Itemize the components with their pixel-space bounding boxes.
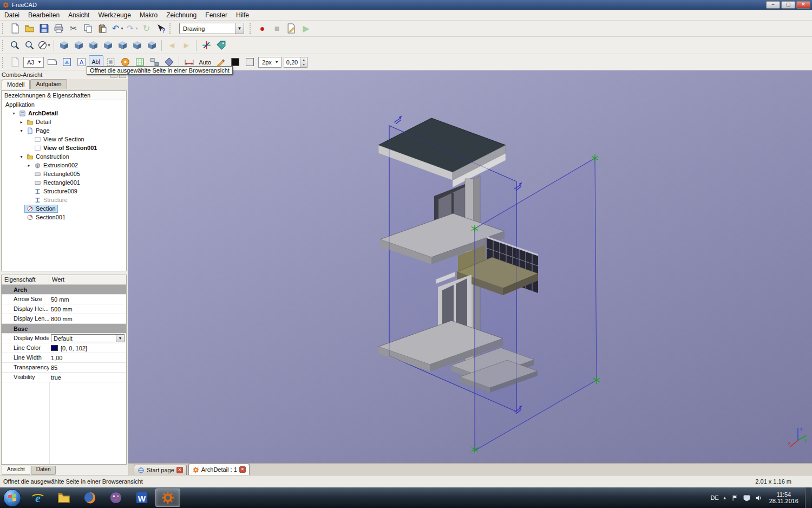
property-row-line-color[interactable]: Line Color[0, 0, 102] <box>2 343 126 353</box>
property-row-visibility[interactable]: Visibilitytrue <box>2 373 126 382</box>
view-front-button[interactable] <box>71 38 86 52</box>
model-tree-panel: Bezeichnungen & Eigenschaften Applikatio… <box>1 90 127 271</box>
new-document-button[interactable] <box>8 22 22 35</box>
close-tab-icon[interactable]: ✕ <box>239 466 246 473</box>
macro-edit-button[interactable] <box>284 22 299 35</box>
property-row-display-len[interactable]: Display Len...800 mm <box>2 314 126 324</box>
display-mode-dropdown[interactable]: Default▼ <box>51 334 125 342</box>
property-row-line-width[interactable]: Line Width1,00 <box>2 353 126 363</box>
cut-button[interactable]: ✂ <box>66 22 81 35</box>
line-width-dropdown[interactable]: 2px▼ <box>258 57 281 68</box>
macro-record-button[interactable]: ● <box>255 22 270 35</box>
network-icon[interactable] <box>743 494 751 502</box>
view-right-button[interactable] <box>101 38 115 52</box>
property-row-transparency[interactable]: Transparency85 <box>2 363 126 373</box>
tree-item-rectangle001[interactable]: Rectangle001 <box>2 178 126 187</box>
maximize-button[interactable]: ▢ <box>781 1 795 9</box>
tree-item-page[interactable]: ▾Page <box>2 126 126 135</box>
tab-modell[interactable]: Modell <box>2 80 30 89</box>
menu-fenster[interactable]: Fenster <box>201 10 232 20</box>
tree-item-extrusion002[interactable]: ▸Extrusion002 <box>2 161 126 170</box>
menu-hilfe[interactable]: Hilfe <box>232 10 253 20</box>
spinner-arrows[interactable]: ▲▼ <box>300 57 307 67</box>
tree-expand-icon[interactable]: ▸ <box>26 163 32 168</box>
document-tab-archdetail-1[interactable]: ArchDetail : 1✕ <box>188 464 250 475</box>
taskbar-freecad[interactable] <box>155 489 180 507</box>
close-tab-icon[interactable]: ✕ <box>176 467 183 473</box>
show-desktop-button[interactable] <box>805 487 811 508</box>
tree-item-detail[interactable]: ▸Detail <box>2 118 126 126</box>
start-button[interactable] <box>3 489 21 507</box>
tree-item-applikation[interactable]: Applikation <box>2 100 126 109</box>
minimize-button[interactable]: – <box>766 1 780 9</box>
view-axonometric-button[interactable] <box>57 38 71 52</box>
tree-item-archdetail[interactable]: ▾ArchDetail <box>2 109 126 118</box>
fill-color-swatch[interactable] <box>243 55 257 69</box>
scale-spinbox[interactable]: 0,20▲▼ <box>284 57 307 68</box>
menu-werkzeuge[interactable]: Werkzeuge <box>94 10 135 20</box>
tree-item-section[interactable]: Section <box>2 204 126 213</box>
taskbar-paint[interactable] <box>103 489 128 507</box>
tree-expand-icon[interactable]: ▾ <box>18 128 24 133</box>
view-rear-button[interactable] <box>115 38 130 52</box>
axis-cross-button[interactable] <box>199 38 214 52</box>
tree-item-construction[interactable]: ▾Construction <box>2 152 126 161</box>
tree-item-structure009[interactable]: Structure009 <box>2 187 126 196</box>
status-bar: Öffnet die ausgewählte Seite in einer Br… <box>0 475 812 487</box>
menu-ansicht[interactable]: Ansicht <box>64 10 94 20</box>
copy-button[interactable] <box>81 22 95 35</box>
tree-item-rectangle005[interactable]: Rectangle005 <box>2 170 126 178</box>
landscape-page-button[interactable] <box>45 55 60 69</box>
taskbar-firefox[interactable] <box>77 489 102 507</box>
menu-zeichnung[interactable]: Zeichnung <box>162 10 201 20</box>
view-left-button[interactable] <box>145 38 159 52</box>
menu-bearbeiten[interactable]: Bearbeiten <box>24 10 64 20</box>
tree-expand-icon[interactable]: ▾ <box>18 154 24 159</box>
draw-style-button[interactable]: ▼ <box>37 38 51 52</box>
undo-button[interactable]: ↶▼ <box>110 22 125 35</box>
paste-button[interactable] <box>95 22 110 35</box>
document-tab-start-page[interactable]: Start page✕ <box>134 465 187 475</box>
page-size-dropdown[interactable]: A3▼ <box>23 57 44 68</box>
tree-item-view-of-section001[interactable]: View of Section001 <box>2 144 126 152</box>
property-row-arrow-size[interactable]: Arrow Size50 mm <box>2 295 126 304</box>
workbench-selector[interactable]: Drawing ▼ <box>179 23 244 34</box>
axis-x-label: x <box>788 440 791 446</box>
hidden-icons-button[interactable]: ▲ <box>723 496 727 500</box>
property-row-display-hei[interactable]: Display Hei...500 mm <box>2 304 126 314</box>
tree-expand-icon[interactable]: ▸ <box>18 120 24 125</box>
3d-view[interactable]: z y x <box>128 70 812 463</box>
flag-icon[interactable] <box>731 494 739 502</box>
tab-daten[interactable]: Daten <box>31 466 56 475</box>
taskbar-internet-explorer[interactable]: e <box>25 489 50 507</box>
view-bottom-button[interactable] <box>130 38 145 52</box>
taskbar-word[interactable]: W <box>129 489 154 507</box>
line-color-swatch[interactable] <box>51 345 58 351</box>
tree-item-view-of-section[interactable]: View of Section <box>2 135 126 144</box>
menu-datei[interactable]: Datei <box>0 10 24 20</box>
measure-button[interactable] <box>214 38 228 52</box>
tree-expand-icon[interactable]: ▾ <box>11 111 17 116</box>
combo-view-title: Combo-Ansicht <box>2 71 42 78</box>
fit-all-button[interactable] <box>8 38 22 52</box>
save-button[interactable] <box>37 22 51 35</box>
taskbar-explorer[interactable] <box>51 489 76 507</box>
speaker-icon[interactable] <box>755 494 763 502</box>
tab-ansicht[interactable]: Ansicht <box>2 466 30 475</box>
macro-play-icon: ▶ <box>301 23 311 34</box>
close-button[interactable]: ✕ <box>796 1 810 9</box>
menu-makro[interactable]: Makro <box>135 10 162 20</box>
clock[interactable]: 11:54 28.11.2016 <box>767 491 801 504</box>
language-indicator[interactable]: DE <box>711 494 719 501</box>
whats-this-button[interactable]: ? <box>154 22 168 35</box>
insert-view-button[interactable] <box>60 55 74 69</box>
print-button[interactable] <box>51 22 66 35</box>
tree-item-structure[interactable]: Structure <box>2 196 126 204</box>
tab-aufgaben[interactable]: Aufgaben <box>30 79 67 89</box>
zoom-box-button[interactable] <box>22 38 37 52</box>
open-document-button[interactable] <box>22 22 37 35</box>
undo-icon: ↶ <box>110 23 121 34</box>
view-top-button[interactable] <box>86 38 101 52</box>
tree-item-section001[interactable]: Section001 <box>2 213 126 222</box>
property-row-display-mode[interactable]: Display ModeDefault▼ <box>2 334 126 343</box>
